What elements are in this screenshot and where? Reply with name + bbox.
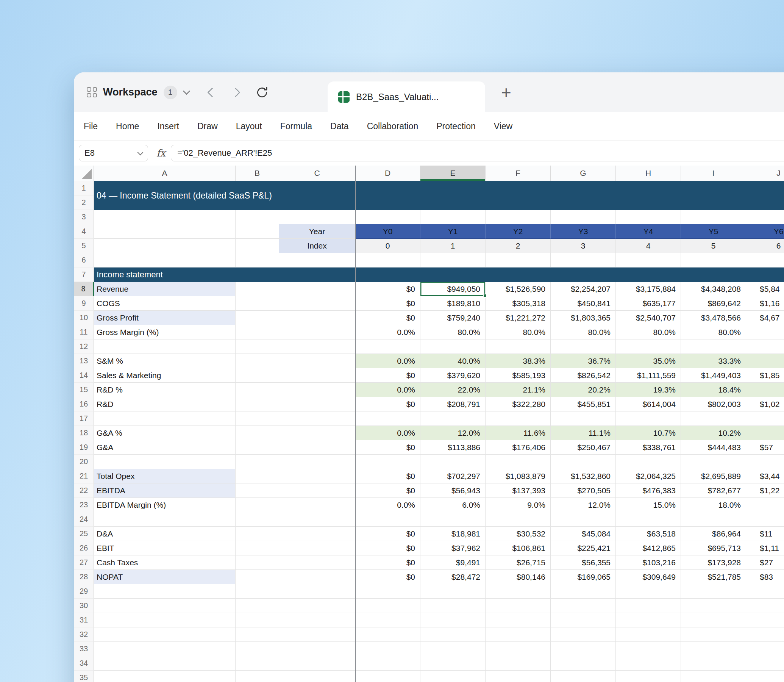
cell-A35[interactable] xyxy=(94,671,235,682)
cell-C31[interactable] xyxy=(279,613,355,628)
cell-I10[interactable]: $3,478,566 xyxy=(681,311,746,325)
cell-F14[interactable]: $585,193 xyxy=(485,368,551,383)
column-header-E[interactable]: E xyxy=(420,166,485,181)
cell-D12[interactable] xyxy=(355,339,420,354)
cell-B25[interactable] xyxy=(235,527,279,541)
cell-H3[interactable] xyxy=(616,210,681,224)
row-header-31[interactable]: 31 xyxy=(74,613,94,628)
menu-item-data[interactable]: Data xyxy=(330,121,349,131)
row-header-5[interactable]: 5 xyxy=(74,239,94,253)
cell-C26[interactable] xyxy=(279,541,355,555)
cell-B30[interactable] xyxy=(235,599,279,613)
cell-G19[interactable]: $250,467 xyxy=(551,440,616,455)
cell-F26[interactable]: $106,861 xyxy=(485,541,551,555)
cell-D30[interactable] xyxy=(355,599,420,613)
cell-G6[interactable] xyxy=(551,253,616,268)
cell-A26[interactable]: EBIT xyxy=(94,541,235,555)
cell-C34[interactable] xyxy=(279,656,355,671)
cell-A27[interactable]: Cash Taxes xyxy=(94,555,235,570)
cell-F32[interactable] xyxy=(485,628,551,642)
cell-I16[interactable]: $802,003 xyxy=(681,397,746,411)
cell-D5[interactable]: 0 xyxy=(355,239,420,253)
cell-D29[interactable] xyxy=(355,584,420,599)
row-header-29[interactable]: 29 xyxy=(74,584,94,599)
cell-F33[interactable] xyxy=(485,642,551,656)
cell-D19[interactable]: $0 xyxy=(355,440,420,455)
cell-B6[interactable] xyxy=(235,253,279,268)
cell-I27[interactable]: $173,928 xyxy=(681,555,746,570)
cell-A34[interactable] xyxy=(94,656,235,671)
cell-I19[interactable]: $444,483 xyxy=(681,440,746,455)
cell-D8[interactable]: $0 xyxy=(355,282,420,296)
cell-E12[interactable] xyxy=(420,339,485,354)
cell-D23[interactable]: 0.0% xyxy=(355,498,420,512)
cell-I21[interactable]: $2,695,889 xyxy=(681,469,746,483)
cell-D14[interactable]: $0 xyxy=(355,368,420,383)
cell-I17[interactable] xyxy=(681,411,746,426)
row-header-34[interactable]: 34 xyxy=(74,656,94,671)
cell-A28[interactable]: NOPAT xyxy=(94,570,235,584)
cell-G9[interactable]: $450,841 xyxy=(551,296,616,311)
row-header-1[interactable]: 1 xyxy=(74,181,94,196)
cell-G30[interactable] xyxy=(551,599,616,613)
cell-D6[interactable] xyxy=(355,253,420,268)
cell-G35[interactable] xyxy=(551,671,616,682)
cell-H32[interactable] xyxy=(616,628,681,642)
row-header-28[interactable]: 28 xyxy=(74,570,94,584)
cell-G29[interactable] xyxy=(551,584,616,599)
cell-H24[interactable] xyxy=(616,512,681,527)
cell-C18[interactable] xyxy=(279,426,355,440)
cell-C29[interactable] xyxy=(279,584,355,599)
column-header-G[interactable]: G xyxy=(551,166,616,181)
cell-D32[interactable] xyxy=(355,628,420,642)
cell-B17[interactable] xyxy=(235,411,279,426)
cell-J34[interactable] xyxy=(746,656,784,671)
cell-H9[interactable]: $635,177 xyxy=(616,296,681,311)
cell-G27[interactable]: $56,355 xyxy=(551,555,616,570)
cell-F23[interactable]: 9.0% xyxy=(485,498,551,512)
cell-J15[interactable] xyxy=(746,383,784,397)
cell-E33[interactable] xyxy=(420,642,485,656)
cell-C4[interactable]: Year xyxy=(279,224,355,239)
row-header-12[interactable]: 12 xyxy=(74,339,94,354)
cell-E11[interactable]: 80.0% xyxy=(420,325,485,339)
cell-D25[interactable]: $0 xyxy=(355,527,420,541)
row-header-7[interactable]: 7 xyxy=(74,268,94,282)
cell-F5[interactable]: 2 xyxy=(485,239,551,253)
cell-A21[interactable]: Total Opex xyxy=(94,469,235,483)
cell-H25[interactable]: $63,518 xyxy=(616,527,681,541)
row-header-9[interactable]: 9 xyxy=(74,296,94,311)
cell-D18[interactable]: 0.0% xyxy=(355,426,420,440)
cell-E35[interactable] xyxy=(420,671,485,682)
cell-H16[interactable]: $614,004 xyxy=(616,397,681,411)
cell-I14[interactable]: $1,449,403 xyxy=(681,368,746,383)
cell-B11[interactable] xyxy=(235,325,279,339)
cell-J10[interactable]: $4,67 xyxy=(746,311,784,325)
cell-B21[interactable] xyxy=(235,469,279,483)
cell-C35[interactable] xyxy=(279,671,355,682)
row-header-11[interactable]: 11 xyxy=(74,325,94,339)
cell-H22[interactable]: $476,383 xyxy=(616,483,681,498)
cell-I34[interactable] xyxy=(681,656,746,671)
cell-G26[interactable]: $225,421 xyxy=(551,541,616,555)
cell-E3[interactable] xyxy=(420,210,485,224)
cell-E19[interactable]: $113,886 xyxy=(420,440,485,455)
cell-D4[interactable]: Y0 xyxy=(355,224,420,239)
cell-E32[interactable] xyxy=(420,628,485,642)
cell-E29[interactable] xyxy=(420,584,485,599)
cell-I20[interactable] xyxy=(681,455,746,469)
cell-J13[interactable] xyxy=(746,354,784,368)
cell-G33[interactable] xyxy=(551,642,616,656)
cell-F24[interactable] xyxy=(485,512,551,527)
row-header-18[interactable]: 18 xyxy=(74,426,94,440)
cell-B15[interactable] xyxy=(235,383,279,397)
cell-H28[interactable]: $309,649 xyxy=(616,570,681,584)
cell-A11[interactable]: Gross Margin (%) xyxy=(94,325,235,339)
cell-I28[interactable]: $521,785 xyxy=(681,570,746,584)
cell-B31[interactable] xyxy=(235,613,279,628)
cell-J17[interactable] xyxy=(746,411,784,426)
cell-H10[interactable]: $2,540,707 xyxy=(616,311,681,325)
cell-E24[interactable] xyxy=(420,512,485,527)
cell-A22[interactable]: EBITDA xyxy=(94,483,235,498)
cell-J30[interactable] xyxy=(746,599,784,613)
